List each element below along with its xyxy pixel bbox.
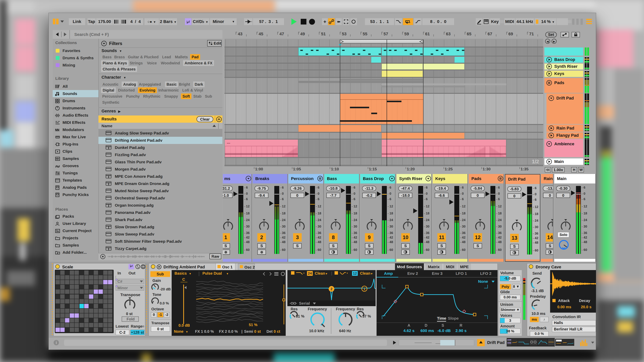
svg-text:2: 2 xyxy=(330,287,332,291)
svg-text:i: i xyxy=(56,341,57,345)
svg-text:61 %: 61 % xyxy=(296,314,304,318)
svg-text:640 Hz: 640 Hz xyxy=(339,329,351,333)
svg-text:57 %: 57 % xyxy=(362,314,371,318)
svg-text:10.0 kHz: 10.0 kHz xyxy=(309,329,324,333)
svg-text:1: 1 xyxy=(364,287,365,291)
